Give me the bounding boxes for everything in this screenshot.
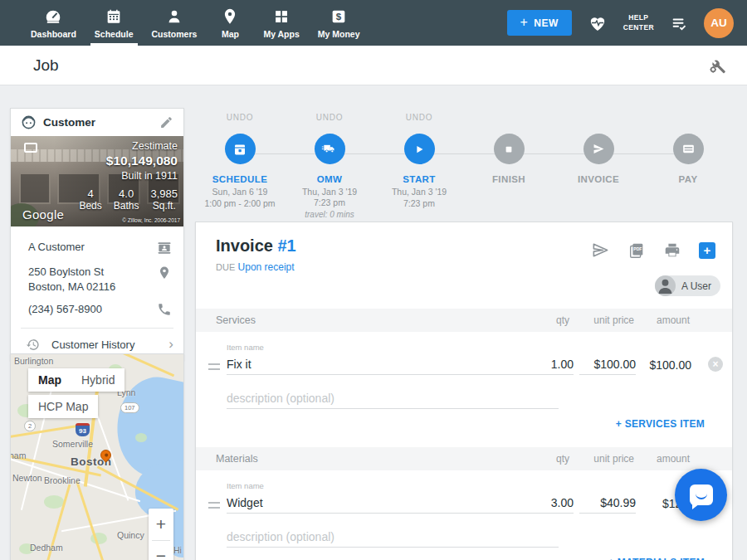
invoice-card: Invoice #1 DUE Upon receipt PDF + A User… bbox=[195, 222, 733, 560]
nav-customers[interactable]: Customers bbox=[143, 0, 207, 46]
dashboard-icon bbox=[44, 7, 62, 26]
top-navbar: Dashboard Schedule Customers Map My Apps… bbox=[0, 0, 747, 46]
services-drag-handle[interactable] bbox=[208, 363, 220, 370]
map-label-dedham: Dedham bbox=[30, 543, 63, 553]
omw-step-label: OMW bbox=[317, 174, 343, 184]
zoom-out-button[interactable]: − bbox=[149, 541, 173, 560]
materials-description-input[interactable] bbox=[227, 526, 559, 548]
nav-my-apps[interactable]: My Apps bbox=[254, 0, 308, 46]
pdf-icon[interactable]: PDF bbox=[627, 241, 646, 260]
plus-icon: + bbox=[520, 15, 528, 30]
nav-my-apps-label: My Apps bbox=[263, 29, 299, 39]
start-time: 7:23 pm bbox=[392, 198, 447, 210]
nav-schedule[interactable]: Schedule bbox=[85, 0, 143, 46]
map-label-hi: Hi bbox=[173, 545, 182, 555]
sqft-value: 3,985 bbox=[150, 187, 178, 200]
job-settings-icon[interactable] bbox=[707, 56, 727, 75]
nav-my-money[interactable]: $ My Money bbox=[309, 0, 369, 46]
map-type-hybrid-button[interactable]: Hybrid bbox=[71, 368, 124, 392]
map-type-map-button[interactable]: Map bbox=[28, 368, 71, 392]
new-button[interactable]: + NEW bbox=[507, 10, 572, 36]
invoice-title: Invoice bbox=[216, 236, 273, 255]
services-remove-item-button[interactable]: × bbox=[708, 357, 723, 372]
customer-phone-row: (234) 567-8900 bbox=[21, 302, 173, 317]
health-heart-icon[interactable] bbox=[587, 13, 608, 33]
schedule-date: Sun, Jan 6 '19 bbox=[204, 187, 275, 198]
start-step-circle[interactable] bbox=[404, 134, 435, 164]
services-header-label: Services bbox=[216, 314, 256, 326]
help-center-link[interactable]: HELP CENTER bbox=[623, 13, 654, 32]
due-label: DUE bbox=[216, 262, 235, 272]
start-undo-button[interactable]: UNDO bbox=[406, 113, 433, 123]
services-qty-input[interactable] bbox=[520, 353, 574, 375]
customers-icon bbox=[165, 7, 183, 26]
chat-support-button[interactable] bbox=[675, 469, 727, 521]
pay-step-circle[interactable] bbox=[673, 134, 704, 164]
nav-dashboard[interactable]: Dashboard bbox=[22, 0, 85, 46]
map-card: Burlington Lynn Somerville Boston ham Ne… bbox=[10, 353, 184, 560]
hcp-map-label: HCP Map bbox=[28, 395, 98, 418]
page-header: Job bbox=[0, 46, 747, 85]
contact-card-icon[interactable] bbox=[155, 240, 173, 256]
nav-dashboard-label: Dashboard bbox=[31, 29, 76, 39]
location-pin-icon[interactable] bbox=[155, 265, 173, 294]
map-canvas[interactable]: Burlington Lynn Somerville Boston ham Ne… bbox=[11, 354, 183, 560]
task-list-icon[interactable] bbox=[669, 14, 689, 32]
sqft-label: Sq.ft. bbox=[150, 200, 178, 212]
services-item-name-label: Item name bbox=[227, 343, 264, 352]
finish-step-circle[interactable] bbox=[494, 134, 525, 164]
schedule-undo-button[interactable]: UNDO bbox=[227, 113, 254, 123]
invoice-step-circle[interactable] bbox=[583, 134, 614, 164]
schedule-time: 1:00 pm - 2:00 pm bbox=[204, 198, 275, 210]
user-avatar[interactable]: AU bbox=[704, 8, 734, 38]
unit-price-column-header: unit price bbox=[593, 453, 634, 465]
built-year: Built in 1911 bbox=[106, 169, 178, 183]
user-silhouette-icon bbox=[655, 275, 676, 296]
assigned-user-chip[interactable]: A User bbox=[655, 275, 720, 296]
nav-schedule-label: Schedule bbox=[95, 29, 134, 39]
materials-qty-input[interactable] bbox=[520, 492, 574, 514]
print-icon[interactable] bbox=[663, 241, 681, 260]
map-route-2 bbox=[10, 425, 76, 438]
omw-undo-button[interactable]: UNDO bbox=[316, 113, 344, 123]
customer-address-row: 250 Boylston St Boston, MA 02116 bbox=[21, 265, 173, 294]
svg-text:$: $ bbox=[336, 12, 342, 22]
hcp-map-button[interactable]: HCP Map bbox=[28, 395, 98, 418]
add-materials-item-link[interactable]: + MATERIALS ITEM bbox=[608, 557, 705, 560]
step-finish: FINISH bbox=[464, 113, 554, 219]
map-park bbox=[135, 433, 147, 442]
add-services-item-link[interactable]: + SERVICES ITEM bbox=[616, 418, 705, 430]
start-step-label: START bbox=[403, 174, 435, 184]
invoice-number: #1 bbox=[277, 236, 295, 255]
materials-drag-handle[interactable] bbox=[208, 502, 220, 509]
invoice-actions: PDF + bbox=[591, 241, 715, 260]
services-item-name-input[interactable] bbox=[227, 353, 559, 375]
customer-history-label: Customer History bbox=[51, 338, 134, 351]
i93-badge: 93 bbox=[76, 423, 90, 436]
map-label-waltham: ham bbox=[10, 450, 26, 460]
map-label-quincy: Quincy bbox=[117, 530, 144, 540]
zoom-in-button[interactable]: + bbox=[149, 509, 173, 540]
map-label-brookline: Brookline bbox=[44, 475, 81, 485]
map-road bbox=[76, 480, 106, 560]
street-view-icon[interactable] bbox=[24, 143, 37, 153]
customer-name: A Customer bbox=[21, 240, 155, 256]
services-description-input[interactable] bbox=[227, 387, 559, 409]
beds-label: Beds bbox=[79, 200, 101, 212]
nav-map[interactable]: Map bbox=[206, 0, 254, 46]
send-icon[interactable] bbox=[591, 241, 610, 260]
schedule-step-circle[interactable] bbox=[225, 134, 256, 164]
materials-item-name-label: Item name bbox=[227, 481, 264, 490]
customer-face-icon bbox=[21, 114, 37, 130]
route-107-badge: 107 bbox=[120, 402, 139, 413]
address-line2: Boston, MA 02116 bbox=[28, 280, 155, 295]
edit-pencil-icon[interactable] bbox=[159, 115, 173, 129]
materials-item-name-input[interactable] bbox=[227, 492, 559, 514]
customer-card: Customer Zestimate $10,149,080 Built in … bbox=[10, 108, 184, 361]
omw-travel-note: travel: 0 mins bbox=[305, 210, 354, 219]
omw-step-circle[interactable] bbox=[315, 134, 345, 164]
page-title: Job bbox=[33, 56, 59, 75]
due-value-link[interactable]: Upon receipt bbox=[238, 261, 295, 273]
add-invoice-button[interactable]: + bbox=[699, 242, 715, 259]
phone-icon[interactable] bbox=[155, 302, 173, 317]
